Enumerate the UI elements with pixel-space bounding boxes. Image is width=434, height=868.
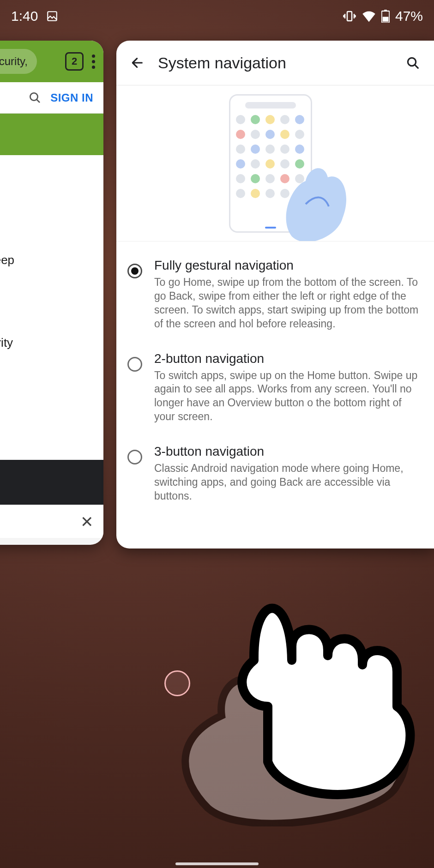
option-title: Fully gestural navigation <box>154 258 422 273</box>
radio-unselected-icon[interactable] <box>127 450 142 464</box>
svg-rect-3 <box>384 10 387 12</box>
chrome-menu-icon[interactable] <box>92 54 95 69</box>
option-description: Classic Android navigation mode where go… <box>154 462 422 503</box>
battery-icon <box>381 10 390 23</box>
status-bar: 1:40 47% <box>0 0 434 32</box>
option-title: 2-button navigation <box>154 351 422 366</box>
navigation-illustration <box>116 85 434 241</box>
hand-illustration-icon <box>273 144 356 241</box>
omnibox-text-tail: security, <box>0 55 28 68</box>
option-description: To go Home, swipe up from the bottom of … <box>154 276 422 331</box>
wifi-icon <box>362 10 376 22</box>
search-icon[interactable] <box>404 54 422 72</box>
settings-app-bar: System navigation <box>116 41 434 85</box>
search-icon[interactable] <box>28 91 42 105</box>
svg-rect-1 <box>347 12 352 21</box>
page-heading-fragment: ins <box>0 174 97 197</box>
gesture-hand-overlay-icon <box>152 540 434 826</box>
close-icon[interactable]: ✕ <box>80 512 93 531</box>
navigation-options-list: Fully gestural navigation To go Home, sw… <box>116 241 434 513</box>
option-two-button[interactable]: 2-button navigation To switch apps, swip… <box>127 341 422 434</box>
status-time: 1:40 <box>11 8 38 24</box>
svg-rect-4 <box>383 17 389 22</box>
page-title: System navigation <box>158 54 392 72</box>
back-icon[interactable] <box>128 54 147 72</box>
chrome-page-body: ins nportant tool to keep heir devices. … <box>0 155 103 460</box>
vibrate-icon <box>343 9 356 23</box>
option-three-button[interactable]: 3-button navigation Classic Android navi… <box>127 434 422 513</box>
status-battery-pct: 47% <box>395 8 423 24</box>
chrome-tab-switcher[interactable]: 2 <box>65 52 84 71</box>
add-to-home-bar: roject to Home ✕ <box>0 505 103 538</box>
option-fully-gestural[interactable]: Fully gestural navigation To go Home, sw… <box>127 248 422 341</box>
chrome-page-appbar: SIGN IN <box>0 82 103 114</box>
chrome-toolbar: security, 2 <box>0 41 103 82</box>
chrome-omnibox[interactable]: security, <box>0 49 37 74</box>
svg-point-5 <box>30 93 38 100</box>
cookie-banner[interactable]: yse traffic, remember experience. <box>0 460 103 505</box>
page-paragraph-fragment: nportant tool to keep heir devices. This… <box>0 252 97 368</box>
radio-selected-icon[interactable] <box>127 264 142 278</box>
touch-indicator-icon <box>164 670 190 696</box>
option-title: 3-button navigation <box>154 444 422 459</box>
svg-rect-0 <box>48 12 57 21</box>
gesture-nav-handle[interactable] <box>175 862 259 865</box>
recent-card-chrome[interactable]: security, 2 SIGN IN ins nportant tool to… <box>0 41 103 545</box>
option-description: To switch apps, swipe up on the Home but… <box>154 369 422 424</box>
chrome-tab-count: 2 <box>72 55 77 67</box>
chrome-page-banner <box>0 114 103 155</box>
image-notification-icon <box>46 10 58 22</box>
recent-card-settings[interactable]: System navigation <box>116 41 434 549</box>
sign-in-link[interactable]: SIGN IN <box>50 91 93 104</box>
radio-unselected-icon[interactable] <box>127 357 142 372</box>
